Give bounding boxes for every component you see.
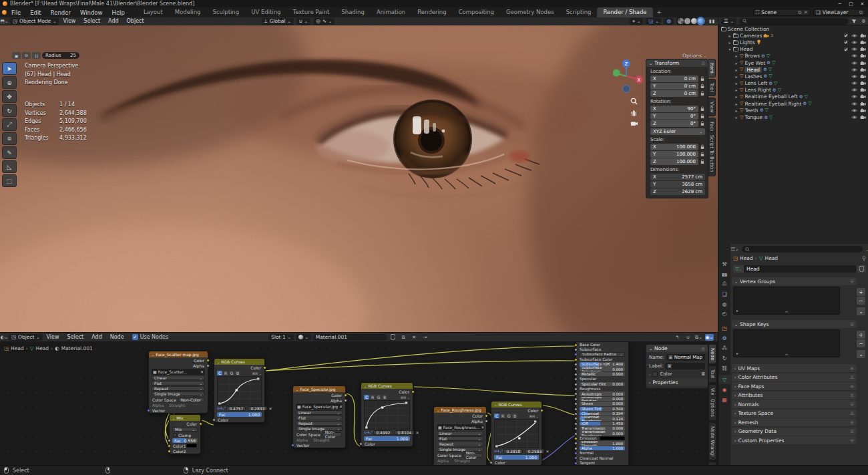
xray-toggle[interactable]: ◍ [664, 18, 674, 25]
node-socket[interactable] [574, 422, 578, 426]
bsdf-slider[interactable]: Alpha1.000 [580, 446, 625, 451]
add-workspace-button[interactable]: + [653, 7, 666, 17]
scene-selector[interactable]: ⛶ Scene ⧉ ✕ [753, 9, 811, 16]
node-select[interactable]: Linear⌄ [437, 431, 483, 436]
outliner-row[interactable]: ▸Cameras3 [718, 32, 868, 39]
image-texture-node[interactable]: ⌄Face_Specular.jpgColorAlpha▦Face_Specul… [292, 385, 346, 448]
curve-graph[interactable] [494, 419, 539, 448]
outliner-row[interactable]: Scene Collection [718, 25, 868, 32]
outliner-item-label[interactable]: Teeth [744, 108, 758, 114]
curve-tools-icons[interactable]: ⊙✛⤢ [364, 430, 372, 435]
workspace-tab-sculpting[interactable]: Sculpting [206, 7, 245, 17]
menu-file[interactable]: File [7, 9, 25, 16]
node-socket[interactable] [168, 444, 171, 448]
scale-tool[interactable]: ⤢ [2, 118, 17, 131]
list-grip-icon[interactable]: ▬ [785, 352, 789, 356]
node-header[interactable]: ⌄RGB Curves [214, 359, 264, 365]
outliner-row[interactable]: ▸▽Brows⚙▽ [718, 53, 868, 59]
copy-icon[interactable]: ⧉ [399, 334, 408, 341]
chevron-right-icon[interactable]: ▸ [734, 94, 738, 99]
outliner-item-label[interactable]: Brows [744, 53, 760, 59]
npanel-tab-script-to-button[interactable]: Script To Button [708, 131, 716, 176]
outliner-search[interactable] [739, 18, 849, 25]
chevron-down-icon[interactable]: ⌄ [865, 247, 868, 252]
viewlayer-selector[interactable]: ❏ ViewLayer ⧉ [813, 9, 865, 16]
move-tool[interactable]: ✥ [2, 90, 17, 103]
outliner-row[interactable]: ▸▽Realtime Eyeball Right⚙▽ [718, 100, 868, 107]
channel-b-button[interactable]: B [235, 371, 240, 375]
node-select[interactable]: Mix⌄ [172, 427, 198, 432]
panel-remesh[interactable]: ›Remesh☰ [732, 418, 857, 426]
node-socket[interactable] [574, 367, 578, 371]
disable-render-camera-icon[interactable] [860, 102, 866, 106]
curve-y-value[interactable]: 0.2583 [525, 449, 544, 454]
outliner-row[interactable]: ▸Lights [718, 39, 868, 45]
menu-render[interactable]: Render [46, 9, 75, 16]
checkbox-icon[interactable] [843, 33, 849, 38]
curve-graph[interactable] [217, 376, 262, 406]
rgb-curves-node[interactable]: ⌄RGB CurvesColorCRGB⊞⊟ ⌄ ⊙✛⤢0.38180.2583… [491, 401, 542, 465]
outliner-item-label[interactable]: Realtime Eyeball Left [744, 94, 797, 100]
panel-vertex-groups[interactable]: ⌄Vertex Groups☰ [732, 277, 857, 285]
camera-view-icon[interactable] [630, 120, 638, 127]
minimize-button[interactable]: ─ [834, 1, 845, 7]
curve-x-value[interactable]: 0.4992 [373, 430, 393, 435]
chevron-down-icon[interactable]: ▾ [728, 47, 732, 51]
copy-icon[interactable]: ⧉ [798, 9, 801, 16]
editor-type-shader-icon[interactable]: ◐⌄ [0, 334, 9, 341]
viewport-menu-view[interactable]: View [59, 18, 79, 24]
outliner-item-label[interactable]: Cameras [740, 33, 762, 39]
hide-eye-icon[interactable] [851, 40, 857, 45]
node-socket[interactable] [574, 412, 578, 416]
chevron-right-icon[interactable]: ▸ [734, 61, 738, 65]
panel-grip-icon[interactable]: ☰ [851, 375, 854, 379]
hide-eye-icon[interactable] [851, 53, 857, 58]
chevron-right-icon[interactable]: ▸ [728, 40, 732, 45]
checkbox-icon[interactable] [843, 47, 849, 52]
overlays-toggle[interactable]: ◲⌄ [646, 18, 661, 25]
bsdf-slider[interactable]: Sheen Tint0.500 [580, 407, 625, 412]
panel-grip-icon[interactable]: ☰ [702, 61, 705, 65]
node-socket[interactable] [574, 442, 578, 445]
node-select[interactable]: Repeat⌄ [437, 442, 483, 446]
panel-grip-icon[interactable]: ☰ [851, 411, 854, 416]
properties-search[interactable] [742, 246, 863, 253]
disable-render-camera-icon[interactable] [860, 67, 866, 72]
chevron-right-icon[interactable]: ▸ [734, 102, 738, 106]
close-icon[interactable]: ✕ [804, 9, 808, 15]
outliner-item-label[interactable]: Eye Wet [744, 60, 765, 66]
menu-help[interactable]: Help [107, 9, 129, 16]
curve-x-value[interactable]: 0.3818 [503, 449, 523, 454]
workspace-tab-render-shade[interactable]: Render / Shade [597, 7, 652, 17]
chevron-right-icon[interactable]: ▸ [734, 88, 738, 92]
lock-open-icon[interactable] [700, 159, 705, 165]
object-icon[interactable]: ◳ [733, 255, 738, 261]
node-socket[interactable] [574, 398, 578, 401]
panel-grip-icon[interactable]: ☰ [851, 402, 854, 407]
lock-open-icon[interactable] [700, 106, 705, 112]
node-socket[interactable] [574, 343, 578, 347]
node-header[interactable]: ⌄RGB Curves [491, 402, 541, 408]
node-socket[interactable] [206, 364, 210, 367]
panel-color-attributes[interactable]: ›Color Attributes☰ [732, 373, 857, 381]
navigation-gizmo[interactable]: Z X [613, 57, 644, 95]
falloff-mode-1-icon[interactable]: ▣ [12, 52, 21, 59]
properties-modifier-tab[interactable]: ⚙ [718, 333, 730, 343]
channel-c-button[interactable]: C [217, 371, 222, 375]
node-socket[interactable] [574, 456, 578, 460]
image-name-field[interactable]: ▦Face_Roughness...✕ [437, 424, 483, 430]
node-socket[interactable] [344, 393, 347, 397]
channel-b-button[interactable]: B [512, 414, 517, 418]
panel-grip-icon[interactable]: ☰ [851, 384, 854, 389]
emission-color-swatch[interactable] [600, 436, 625, 440]
bsdf-slider[interactable]: Subsurface Anisotropy0.000 [580, 367, 625, 371]
close-button[interactable]: ✕ [857, 1, 868, 7]
panel-grip-icon[interactable]: ☰ [851, 393, 854, 398]
panel-normals[interactable]: ›Normals☰ [732, 400, 857, 408]
parent-node-icon[interactable]: ↰ [673, 334, 682, 341]
clamp-row[interactable]: Clamp [170, 432, 200, 438]
bsdf-slider[interactable]: Sheen0.000 [580, 402, 625, 406]
channel-r-button[interactable]: R [223, 371, 228, 375]
filter-icon[interactable] [851, 19, 857, 24]
bsdf-slider[interactable]: Metallic0.000 [580, 372, 625, 377]
